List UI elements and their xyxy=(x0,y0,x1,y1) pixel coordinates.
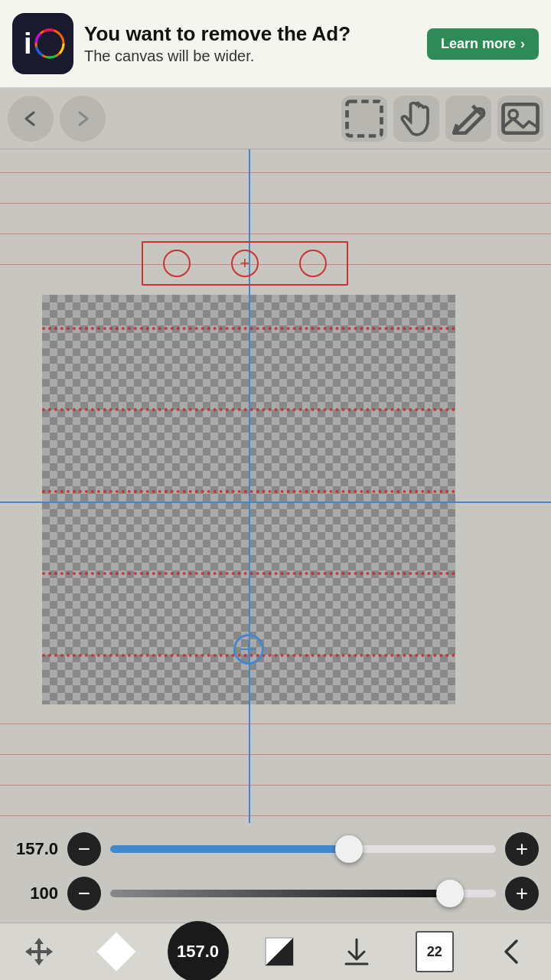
slider1-thumb[interactable] xyxy=(335,835,363,863)
slider2-minus-button[interactable]: − xyxy=(67,877,101,910)
ad-title: You want to remove the Ad? xyxy=(84,22,418,46)
h-line-3 xyxy=(0,234,551,234)
ad-subtitle: The canvas will be wider. xyxy=(84,47,418,65)
forward-button[interactable] xyxy=(60,96,106,142)
app-icon: i xyxy=(12,13,73,74)
ad-text-block: You want to remove the Ad? The canvas wi… xyxy=(84,22,418,65)
blue-horizontal-line xyxy=(0,501,551,503)
h-line-5 xyxy=(0,724,551,724)
main-toolbar xyxy=(0,88,551,149)
slider1-value: 157.0 xyxy=(12,839,58,859)
svg-rect-9 xyxy=(504,104,538,133)
svg-rect-8 xyxy=(347,101,382,136)
center-value-label: 157.0 xyxy=(177,942,219,962)
learn-more-button[interactable]: Learn more › xyxy=(427,28,539,60)
back-button[interactable] xyxy=(8,96,54,142)
selection-box[interactable] xyxy=(142,241,348,286)
slider2-value: 100 xyxy=(12,884,58,903)
diamond-icon xyxy=(97,933,136,972)
center-value-button[interactable]: 157.0 xyxy=(168,921,229,980)
slider1-track[interactable] xyxy=(110,845,496,853)
slider2-track[interactable] xyxy=(110,890,496,897)
page-count-label: 22 xyxy=(427,944,442,960)
image-tool-button[interactable] xyxy=(497,96,543,142)
bottom-back-button[interactable] xyxy=(485,929,539,975)
h-line-7 xyxy=(0,785,551,786)
edit-tool-button[interactable] xyxy=(445,96,491,142)
h-line-8 xyxy=(0,815,551,816)
pages-button[interactable]: 22 xyxy=(408,929,461,975)
bottom-toolbar: 157.0 22 xyxy=(0,923,551,980)
slider-row-1: 157.0 − + xyxy=(12,831,539,867)
slider2-plus-button[interactable]: + xyxy=(505,877,539,910)
canvas-area[interactable] xyxy=(0,149,551,823)
selection-handle-left[interactable] xyxy=(163,250,191,277)
svg-text:i: i xyxy=(24,28,32,60)
slider1-minus-button[interactable]: − xyxy=(67,832,101,866)
h-line-6 xyxy=(0,754,551,755)
download-button[interactable] xyxy=(330,929,383,975)
slider-row-2: 100 − + xyxy=(12,875,539,912)
page-icon: 22 xyxy=(416,931,454,972)
slider1-plus-button[interactable]: + xyxy=(505,832,539,866)
selection-handle-center[interactable] xyxy=(231,250,259,277)
gesture-tool-button[interactable] xyxy=(393,96,439,142)
ad-banner: i You want to remove the Ad? The canvas … xyxy=(0,0,551,88)
selection-handle-right[interactable] xyxy=(299,250,327,277)
diamond-tool-button[interactable] xyxy=(90,929,143,975)
color-picker-button[interactable] xyxy=(253,929,306,975)
selection-tool-button[interactable] xyxy=(341,96,387,142)
h-line-2 xyxy=(0,203,551,204)
sliders-area: 157.0 − + 100 − + xyxy=(0,823,551,923)
slider2-thumb[interactable] xyxy=(436,880,464,907)
move-tool-button[interactable] xyxy=(12,929,66,975)
toolbar-right xyxy=(341,96,543,142)
h-line-1 xyxy=(0,172,551,173)
